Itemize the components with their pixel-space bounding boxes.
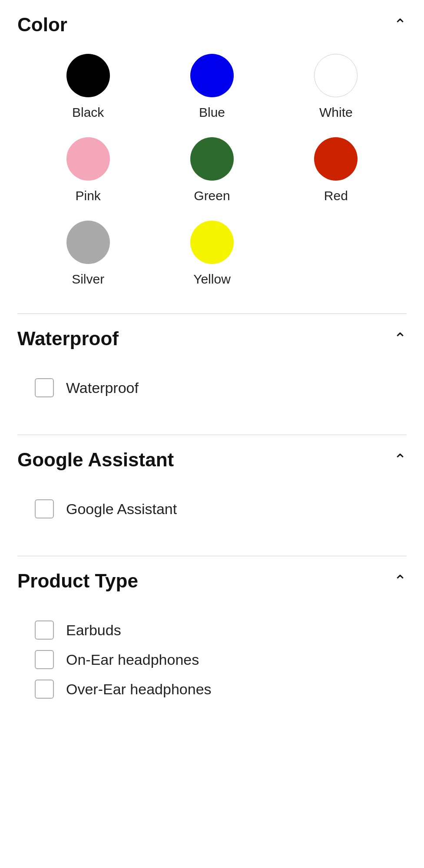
checkbox[interactable]	[35, 499, 54, 518]
color-item-yellow[interactable]: Yellow	[150, 221, 274, 287]
color-label-silver: Silver	[72, 272, 104, 287]
checkbox-label: Earbuds	[66, 622, 121, 639]
color-section-title: Color	[17, 14, 67, 36]
color-item-blue[interactable]: Blue	[150, 54, 274, 120]
checkbox[interactable]	[35, 680, 54, 699]
color-grid: BlackBlueWhitePinkGreenRedSilverYellow	[17, 50, 407, 300]
color-circle-yellow	[190, 221, 234, 264]
color-item-silver[interactable]: Silver	[26, 221, 150, 287]
google-assistant-section-header[interactable]: Google Assistant ⌃	[17, 449, 407, 471]
color-item-green[interactable]: Green	[150, 137, 274, 203]
list-item[interactable]: Google Assistant	[35, 499, 389, 518]
color-item-red[interactable]: Red	[274, 137, 398, 203]
color-circle-black	[66, 54, 110, 97]
google-assistant-options: Google Assistant	[17, 485, 407, 542]
product-type-section-title: Product Type	[17, 570, 138, 592]
color-circle-white	[314, 54, 358, 97]
product-type-chevron-icon[interactable]: ⌃	[394, 572, 407, 590]
color-circle-red	[314, 137, 358, 181]
google-assistant-section-title: Google Assistant	[17, 449, 174, 471]
google-assistant-section: Google Assistant ⌃ Google Assistant	[0, 435, 424, 556]
color-chevron-icon[interactable]: ⌃	[394, 16, 407, 34]
product-type-options: EarbudsOn-Ear headphonesOver-Ear headpho…	[17, 606, 407, 722]
color-circle-silver	[66, 221, 110, 264]
checkbox[interactable]	[35, 620, 54, 640]
waterproof-section-header[interactable]: Waterproof ⌃	[17, 328, 407, 350]
list-item[interactable]: Waterproof	[35, 378, 389, 397]
color-label-white: White	[319, 105, 353, 120]
waterproof-chevron-icon[interactable]: ⌃	[394, 330, 407, 348]
checkbox[interactable]	[35, 378, 54, 397]
color-circle-green	[190, 137, 234, 181]
waterproof-options: Waterproof	[17, 363, 407, 421]
color-section: Color ⌃ BlackBlueWhitePinkGreenRedSilver…	[0, 0, 424, 314]
google-assistant-chevron-icon[interactable]: ⌃	[394, 451, 407, 469]
list-item[interactable]: Earbuds	[35, 620, 389, 640]
waterproof-section: Waterproof ⌃ Waterproof	[0, 314, 424, 435]
color-label-green: Green	[194, 188, 230, 203]
product-type-section: Product Type ⌃ EarbudsOn-Ear headphonesO…	[0, 556, 424, 736]
checkbox-label: On-Ear headphones	[66, 651, 199, 668]
waterproof-section-title: Waterproof	[17, 328, 119, 350]
product-type-section-header[interactable]: Product Type ⌃	[17, 570, 407, 592]
checkbox[interactable]	[35, 650, 54, 669]
checkbox-label: Google Assistant	[66, 501, 177, 518]
color-circle-blue	[190, 54, 234, 97]
checkbox-label: Waterproof	[66, 380, 139, 396]
color-label-red: Red	[324, 188, 348, 203]
color-item-white[interactable]: White	[274, 54, 398, 120]
color-section-header[interactable]: Color ⌃	[17, 14, 407, 36]
list-item[interactable]: Over-Ear headphones	[35, 680, 389, 699]
color-circle-pink	[66, 137, 110, 181]
color-label-blue: Blue	[199, 105, 225, 120]
list-item[interactable]: On-Ear headphones	[35, 650, 389, 669]
color-label-black: Black	[72, 105, 104, 120]
color-label-yellow: Yellow	[193, 272, 231, 287]
color-item-black[interactable]: Black	[26, 54, 150, 120]
color-label-pink: Pink	[75, 188, 100, 203]
color-item-pink[interactable]: Pink	[26, 137, 150, 203]
checkbox-label: Over-Ear headphones	[66, 681, 212, 698]
